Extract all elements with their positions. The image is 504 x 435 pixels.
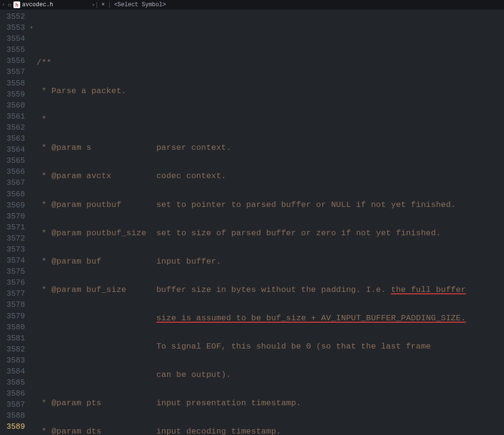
fold-spacer: [30, 322, 36, 333]
fold-spacer: [30, 233, 36, 244]
line-number: 3563: [0, 133, 30, 145]
fold-spacer: [30, 12, 36, 23]
line-number: 3586: [0, 388, 30, 399]
file-type-icon: h: [13, 1, 20, 8]
fold-spacer: [30, 34, 36, 45]
tab-prev-icon[interactable]: ›: [0, 1, 7, 8]
code-editor[interactable]: 3552355335543555355635573558355935603561…: [0, 10, 504, 435]
fold-spacer: [30, 278, 36, 289]
fold-spacer: [30, 211, 36, 222]
fold-spacer: [30, 133, 36, 145]
line-number: 3552: [0, 12, 30, 23]
line-number: 3579: [0, 311, 30, 322]
line-number: 3585: [0, 377, 30, 388]
line-number: 3588: [0, 411, 30, 422]
annotation-underline: size is assumed to be buf_size + AV_INPU…: [156, 314, 466, 323]
fold-spacer: [30, 244, 36, 255]
fold-spacer: [30, 178, 36, 189]
fold-spacer: [30, 145, 36, 156]
tab-separator: |: [95, 1, 98, 8]
fold-spacer: [30, 111, 36, 122]
code-line: * @param buf_size buffer size in bytes w…: [36, 284, 504, 295]
line-number: 3576: [0, 278, 30, 289]
line-number: 3580: [0, 322, 30, 333]
fold-spacer: [30, 56, 36, 67]
line-number: 3559: [0, 89, 30, 100]
line-number: 3568: [0, 189, 30, 200]
line-number: 3562: [0, 122, 30, 133]
fold-spacer: [30, 222, 36, 233]
fold-spacer: [30, 167, 36, 178]
code-line: * Parse a packet.: [36, 85, 504, 97]
line-number: 3558: [0, 78, 30, 89]
line-number: 3578: [0, 300, 30, 311]
editor-tabbar: › ◻ h avcodec.h ▾ | × | <Select Symbol>: [0, 0, 504, 10]
line-number: 3555: [0, 45, 30, 56]
fold-spacer: [30, 411, 36, 422]
line-number: 3587: [0, 399, 30, 411]
line-number: 3569: [0, 200, 30, 211]
code-line: To signal EOF, this should be 0 (so that…: [36, 341, 504, 352]
fold-spacer: [30, 200, 36, 211]
line-number: 3566: [0, 167, 30, 178]
code-line: can be output).: [36, 369, 504, 380]
line-number: 3575: [0, 266, 30, 278]
code-area[interactable]: /** * Parse a packet. * * @param s parse…: [36, 10, 504, 435]
fold-spacer: [30, 189, 36, 200]
line-number-gutter: 3552355335543555355635573558355935603561…: [0, 10, 30, 435]
fold-spacer: [30, 100, 36, 111]
tab-filename[interactable]: avcodec.h: [22, 1, 92, 8]
line-number: 3567: [0, 178, 30, 189]
code-line: size is assumed to be buf_size + AV_INPU…: [36, 313, 504, 324]
fold-spacer: [30, 355, 36, 366]
fold-spacer: [30, 377, 36, 388]
code-line: *: [36, 114, 504, 125]
fold-spacer: [30, 311, 36, 322]
fold-spacer: [30, 344, 36, 355]
code-line: * @param buf input buffer.: [36, 256, 504, 267]
line-number: 3582: [0, 344, 30, 355]
fold-spacer: [30, 300, 36, 311]
line-number: 3589: [0, 422, 30, 433]
code-line: * @param s parser context.: [36, 142, 504, 153]
line-number: 3564: [0, 145, 30, 156]
fold-spacer: [30, 255, 36, 266]
line-number: 3560: [0, 100, 30, 111]
fold-gutter: ▾: [30, 10, 36, 435]
fold-spacer: [30, 122, 36, 133]
tab-pin-icon[interactable]: ◻: [7, 2, 12, 8]
code-line: * @param poutbuf_size set to size of par…: [36, 228, 504, 239]
line-number: 3573: [0, 244, 30, 255]
line-number: 3583: [0, 355, 30, 366]
tab-separator: |: [108, 1, 111, 8]
line-number: 3561: [0, 111, 30, 122]
fold-spacer: [30, 266, 36, 278]
code-line: [36, 29, 504, 40]
line-number: 3584: [0, 366, 30, 377]
line-number: 3574: [0, 255, 30, 266]
line-number: 3557: [0, 67, 30, 78]
line-number: 3572: [0, 233, 30, 244]
fold-spacer: [30, 89, 36, 100]
fold-toggle-icon[interactable]: ▾: [30, 23, 36, 34]
fold-spacer: [30, 366, 36, 377]
line-number: 3581: [0, 333, 30, 344]
line-number: 3565: [0, 156, 30, 167]
line-number: 3571: [0, 222, 30, 233]
fold-spacer: [30, 399, 36, 411]
line-number: 3577: [0, 289, 30, 300]
code-line: * @param pts input presentation timestam…: [36, 398, 504, 409]
fold-spacer: [30, 388, 36, 399]
code-line: * @param poutbuf set to pointer to parse…: [36, 199, 504, 210]
code-line: * @param avctx codec context.: [36, 170, 504, 181]
fold-spacer: [30, 67, 36, 78]
fold-spacer: [30, 78, 36, 89]
tab-close-button[interactable]: ×: [98, 1, 108, 8]
fold-spacer: [30, 156, 36, 167]
annotation-underline: the full buffer: [391, 285, 466, 294]
code-line: * @param dts input decoding timestamp.: [36, 426, 504, 435]
symbol-selector[interactable]: <Select Symbol>: [111, 1, 166, 8]
fold-spacer: [30, 289, 36, 300]
line-number: 3570: [0, 211, 30, 222]
line-number: 3554: [0, 34, 30, 45]
